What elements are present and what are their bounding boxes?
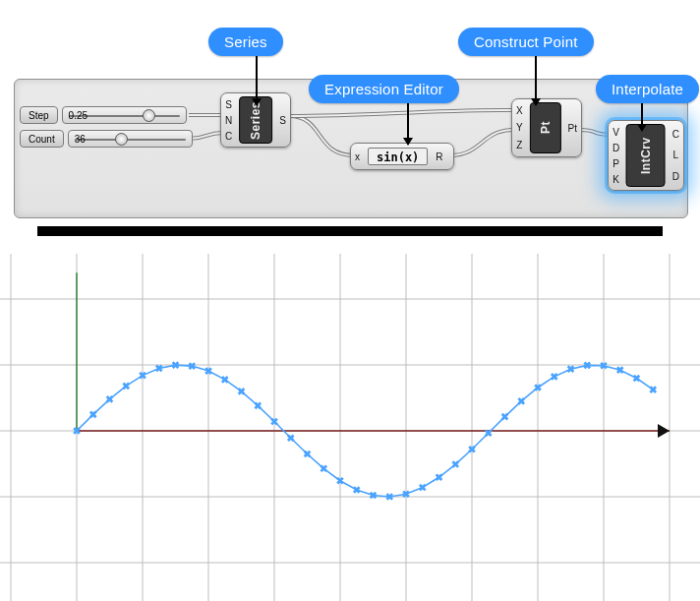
port-p[interactable]: P (612, 157, 619, 170)
expr-inputs: x (351, 144, 364, 169)
port-z[interactable]: Z (516, 139, 523, 151)
svg-marker-23 (658, 424, 670, 438)
point-inputs: X Y Z (512, 99, 527, 156)
divider-bar (37, 226, 663, 236)
port-x[interactable]: X (516, 104, 523, 117)
port-n-in[interactable]: N (225, 114, 232, 127)
slider-count-value: 36 (69, 134, 86, 145)
port-k[interactable]: K (612, 173, 619, 186)
port-x-in[interactable]: x (355, 150, 360, 163)
slider-count[interactable]: Count 36 (20, 130, 193, 148)
port-c-in[interactable]: C (225, 130, 232, 143)
callout-label: Expression Editor (309, 75, 459, 103)
chart-svg (0, 254, 700, 601)
callout-label: Interpolate (596, 75, 699, 103)
port-r-out[interactable]: R (436, 150, 442, 163)
slider-count-knob[interactable] (115, 133, 128, 146)
slider-step[interactable]: Step 0.25 (20, 106, 187, 124)
port-d[interactable]: D (612, 142, 619, 154)
point-core: Pt (530, 102, 561, 153)
interp-core: IntCrv (626, 124, 666, 187)
expr-outputs: R (432, 144, 446, 169)
expression-formula[interactable]: sin(x) (368, 148, 428, 165)
port-y[interactable]: Y (516, 121, 523, 134)
slider-count-label: Count (20, 130, 64, 148)
rhino-viewport[interactable] (0, 254, 700, 601)
callout-label: Construct Point (458, 28, 594, 56)
port-d-out[interactable]: D (672, 170, 679, 183)
port-l-out[interactable]: L (672, 149, 679, 161)
callout-interpolate: Interpolate (596, 75, 699, 131)
callout-series: Series (208, 28, 283, 105)
callout-expression-editor: Expression Editor (309, 75, 459, 145)
point-outputs: Pt (564, 99, 581, 156)
callout-construct-point: Construct Point (458, 28, 594, 105)
component-expression[interactable]: x sin(x) R (350, 143, 454, 170)
slider-step-label: Step (20, 106, 58, 124)
slider-step-knob[interactable] (143, 109, 155, 122)
slider-step-value: 0.25 (63, 110, 88, 121)
slider-count-track[interactable]: 36 (68, 130, 193, 148)
callout-label: Series (208, 28, 283, 56)
port-s-out[interactable]: S (279, 114, 286, 127)
interp-inputs: V D P K (609, 121, 623, 190)
slider-step-track[interactable]: 0.25 (62, 106, 187, 124)
interp-outputs: C L D (669, 121, 683, 190)
port-pt-out[interactable]: Pt (568, 122, 577, 135)
stage: Series Expression Editor Construct Point… (0, 0, 700, 601)
component-construct-point[interactable]: X Y Z Pt Pt (511, 98, 582, 157)
